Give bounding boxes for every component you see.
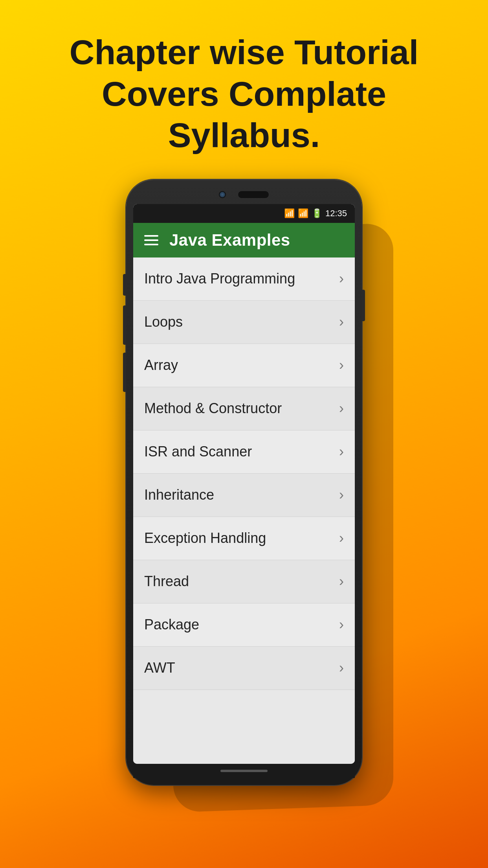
list-item-label-intro-java: Intro Java Programming bbox=[144, 270, 295, 287]
earpiece-speaker bbox=[238, 191, 269, 199]
list-item-label-method-constructor: Method & Constructor bbox=[144, 400, 282, 417]
chevron-icon-inheritance: › bbox=[339, 487, 344, 503]
volume-down-button bbox=[123, 305, 126, 345]
list-item-label-package: Package bbox=[144, 616, 199, 633]
list-item-awt[interactable]: AWT› bbox=[133, 647, 355, 690]
list-item-intro-java[interactable]: Intro Java Programming› bbox=[133, 257, 355, 301]
phone-top-bar bbox=[133, 187, 355, 204]
front-camera bbox=[219, 191, 226, 198]
chevron-icon-thread: › bbox=[339, 573, 344, 590]
power-button bbox=[362, 290, 365, 321]
chevron-icon-loops: › bbox=[339, 314, 344, 330]
list-item-array[interactable]: Array› bbox=[133, 344, 355, 387]
volume-up-button bbox=[123, 274, 126, 296]
phone-wrapper: 📶 📶 🔋 12:35 Java Examples Intro Java Pro… bbox=[118, 180, 370, 809]
chevron-icon-awt: › bbox=[339, 660, 344, 676]
silent-button bbox=[123, 353, 126, 392]
header-title: Chapter wise Tutorial Covers Complate Sy… bbox=[31, 31, 457, 156]
hamburger-menu-button[interactable] bbox=[144, 235, 158, 245]
header-section: Chapter wise Tutorial Covers Complate Sy… bbox=[0, 31, 488, 156]
list-item-label-exception-handling: Exception Handling bbox=[144, 530, 266, 546]
wifi-icon: 📶 bbox=[284, 208, 295, 219]
time-display: 12:35 bbox=[325, 208, 347, 219]
list-item-label-awt: AWT bbox=[144, 660, 175, 676]
phone-screen: 📶 📶 🔋 12:35 Java Examples Intro Java Pro… bbox=[133, 204, 355, 764]
list-item-inheritance[interactable]: Inheritance› bbox=[133, 474, 355, 517]
list-item-exception-handling[interactable]: Exception Handling› bbox=[133, 517, 355, 560]
list-item-label-thread: Thread bbox=[144, 573, 189, 590]
list-item-label-inheritance: Inheritance bbox=[144, 487, 214, 503]
list-item-label-loops: Loops bbox=[144, 314, 183, 330]
chevron-icon-isr-scanner: › bbox=[339, 443, 344, 460]
chevron-icon-method-constructor: › bbox=[339, 400, 344, 417]
chevron-icon-exception-handling: › bbox=[339, 530, 344, 546]
list-item-label-array: Array bbox=[144, 357, 178, 373]
app-toolbar: Java Examples bbox=[133, 223, 355, 257]
phone-body: 📶 📶 🔋 12:35 Java Examples Intro Java Pro… bbox=[126, 180, 362, 785]
signal-icon: 📶 bbox=[298, 208, 308, 219]
phone-bottom-bar bbox=[133, 764, 355, 778]
home-indicator bbox=[220, 770, 268, 772]
status-icons: 📶 📶 🔋 12:35 bbox=[284, 208, 347, 219]
chevron-icon-intro-java: › bbox=[339, 270, 344, 287]
app-title: Java Examples bbox=[169, 231, 290, 250]
chevron-icon-array: › bbox=[339, 357, 344, 373]
list-item-package[interactable]: Package› bbox=[133, 603, 355, 647]
list-item-loops[interactable]: Loops› bbox=[133, 301, 355, 344]
status-bar: 📶 📶 🔋 12:35 bbox=[133, 204, 355, 223]
list-item-method-constructor[interactable]: Method & Constructor› bbox=[133, 387, 355, 430]
list-item-isr-scanner[interactable]: ISR and Scanner› bbox=[133, 430, 355, 474]
chevron-icon-package: › bbox=[339, 616, 344, 633]
battery-icon: 🔋 bbox=[312, 208, 322, 219]
menu-list: Intro Java Programming›Loops›Array›Metho… bbox=[133, 257, 355, 764]
list-item-thread[interactable]: Thread› bbox=[133, 560, 355, 603]
list-item-label-isr-scanner: ISR and Scanner bbox=[144, 443, 252, 460]
